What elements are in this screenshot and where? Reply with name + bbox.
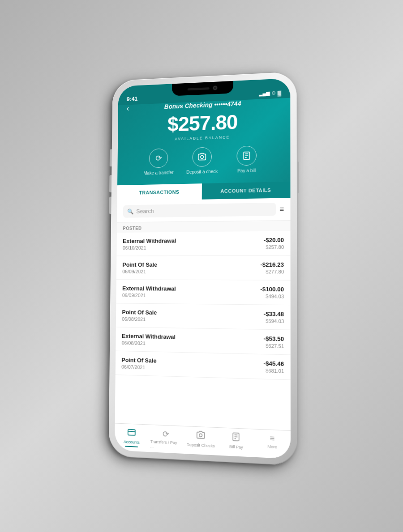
notch-speaker [188,87,210,90]
tx-balance-0: $257.80 [264,244,284,250]
tx-amount-2: -$100.00 [260,285,284,293]
bill-pay-label: Bill Pay [229,444,243,450]
transaction-row-1[interactable]: Point Of Sale 06/09/2021 -$216.23 $277.8… [116,255,291,280]
tx-right-1: -$216.23 $277.80 [260,261,284,274]
tx-left-3: Point Of Sale 06/08/2021 [122,309,263,323]
phone-screen: 9:41 ▂▄▆ ⊙ ▓ ‹ Bonus Checking ••••••4744… [115,78,291,459]
nav-accounts[interactable]: Accounts [115,423,149,449]
transfer-label: Make a transfer [143,170,173,176]
svg-line-6 [128,431,135,431]
accounts-label: Accounts [124,439,140,445]
tab-transactions[interactable]: TRANSACTIONS [117,183,202,201]
notch [172,81,233,96]
transaction-row-3[interactable]: Point Of Sale 06/08/2021 -$33.48 $594.03 [116,303,291,330]
tx-right-4: -$53.50 $627.51 [264,335,284,349]
search-icon: 🔍 [127,208,133,214]
deposit-label: Deposit a check [186,169,218,175]
tx-date-5: 06/07/2021 [121,364,263,373]
tx-date-4: 06/08/2021 [122,340,264,349]
section-label-posted: POSTED [117,221,291,233]
transfers-label: Transfers / Pay ... [150,439,181,450]
nav-deposit-checks[interactable]: Deposit Checks [183,426,219,452]
make-transfer-button[interactable]: ⟳ Make a transfer [141,148,176,176]
bill-icon [237,145,257,166]
nav-transfers[interactable]: ⟳ Transfers / Pay ... [149,425,183,451]
tx-left-0: External Withdrawal 06/10/2021 [123,237,264,251]
tx-name-1: Point Of Sale [122,261,260,268]
tx-date-0: 06/10/2021 [123,244,264,250]
battery-icon: ▓ [278,90,281,95]
deposit-checks-label: Deposit Checks [187,442,215,448]
accounts-icon [127,427,136,439]
phone-outer: 9:41 ▂▄▆ ⊙ ▓ ‹ Bonus Checking ••••••4744… [108,72,297,466]
transaction-row-5[interactable]: Point Of Sale 06/07/2021 -$45.46 $681.01 [116,351,291,380]
deposit-check-button[interactable]: Deposit a check [184,146,220,174]
notch-camera [213,85,217,90]
search-placeholder: Search [136,208,154,214]
transactions-area: 🔍 Search ≡ POSTED External Withdrawal 06… [115,198,291,430]
wifi-icon: ⊙ [271,90,275,96]
tx-balance-2: $494.03 [260,293,284,299]
transfers-icon: ⟳ [163,429,169,439]
tx-amount-1: -$216.23 [260,261,284,268]
svg-rect-8 [233,433,240,441]
tab-account-details[interactable]: ACCOUNT DETAILS [202,181,291,199]
tx-amount-5: -$45.46 [264,360,284,367]
tx-name-2: External Withdrawal [122,285,260,293]
tx-right-3: -$33.48 $594.03 [264,310,284,323]
svg-rect-5 [128,429,135,435]
transaction-row-2[interactable]: External Withdrawal 06/09/2021 -$100.00 … [116,280,290,305]
filter-icon[interactable]: ≡ [279,205,284,213]
tx-date-2: 06/09/2021 [122,292,261,298]
tx-amount-4: -$53.50 [264,335,284,342]
app-content: 9:41 ▂▄▆ ⊙ ▓ ‹ Bonus Checking ••••••4744… [115,78,291,459]
tx-amount-0: -$20.00 [264,236,284,243]
signal-icon: ▂▄▆ [259,90,270,96]
tx-amount-3: -$33.48 [264,310,284,317]
transaction-row-4[interactable]: External Withdrawal 06/08/2021 -$53.50 $… [116,327,291,355]
tx-balance-3: $594.03 [264,318,284,324]
tx-balance-5: $681.01 [264,367,284,374]
tx-balance-4: $627.51 [264,343,284,349]
search-input-wrap[interactable]: 🔍 Search [123,202,276,217]
svg-point-7 [199,434,202,437]
tx-left-1: Point Of Sale 06/09/2021 [122,261,260,274]
status-icons: ▂▄▆ ⊙ ▓ [259,89,281,96]
bottom-nav: Accounts ⟳ Transfers / Pay ... [115,423,291,459]
tx-date-3: 06/08/2021 [122,316,263,323]
tx-right-5: -$45.46 $681.01 [264,360,284,374]
nav-bill-pay[interactable]: Bill Pay [218,428,254,454]
tx-right-2: -$100.00 $494.03 [260,285,284,299]
accounts-underline [125,446,138,447]
pay-bill-button[interactable]: Pay a bill [228,145,265,174]
transaction-row-0[interactable]: External Withdrawal 06/10/2021 -$20.00 $… [116,231,290,256]
svg-rect-1 [244,152,249,159]
deposit-checks-icon [196,430,205,442]
status-time: 9:41 [127,95,138,102]
tx-date-1: 06/09/2021 [122,268,260,274]
tx-left-5: Point Of Sale 06/07/2021 [121,356,263,373]
tx-right-0: -$20.00 $257.80 [264,236,284,250]
phone-wrapper: 9:41 ▂▄▆ ⊙ ▓ ‹ Bonus Checking ••••••4744… [108,72,297,466]
nav-more[interactable]: ≡ More [254,429,291,456]
more-label: More [267,444,277,449]
action-buttons: ⟳ Make a transfer Deposit a check [126,145,281,176]
bill-label: Pay a bill [237,168,256,174]
tx-balance-1: $277.80 [260,269,284,274]
balance-amount: $257.80 [126,108,281,137]
more-icon: ≡ [270,434,275,443]
svg-point-0 [201,155,204,158]
tx-name-3: Point Of Sale [122,309,263,317]
deposit-icon [192,147,211,167]
transfer-icon: ⟳ [149,148,168,168]
tx-left-4: External Withdrawal 06/08/2021 [122,332,264,348]
tx-name-0: External Withdrawal [123,237,264,244]
tx-left-2: External Withdrawal 06/09/2021 [122,285,261,299]
search-bar: 🔍 Search ≡ [117,198,290,222]
bill-pay-icon [232,432,240,444]
